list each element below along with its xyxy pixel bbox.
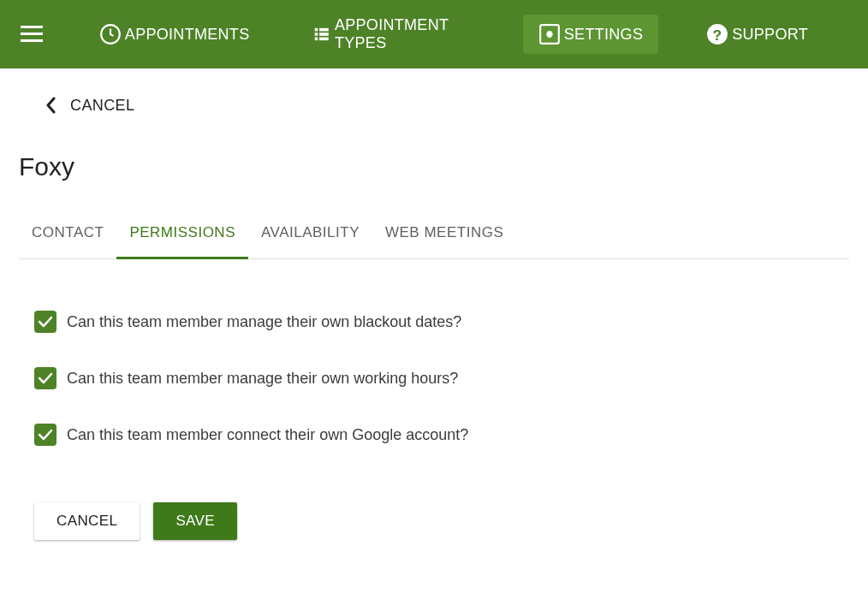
- list-icon: [312, 23, 330, 45]
- svg-rect-1: [21, 33, 43, 35]
- save-button[interactable]: SAVE: [153, 502, 237, 540]
- permission-blackout: Can this team member manage their own bl…: [34, 311, 834, 333]
- tab-contact[interactable]: CONTACT: [19, 212, 116, 259]
- permission-working-hours-label: Can this team member manage their own wo…: [67, 370, 458, 388]
- nav-appointments[interactable]: APPOINTMENTS: [84, 15, 265, 54]
- permission-google-label: Can this team member connect their own G…: [67, 426, 468, 444]
- nav-appointments-label: APPOINTMENTS: [125, 26, 250, 44]
- nav-appointment-types-label: APPOINTMENT TYPES: [335, 16, 475, 52]
- tab-permissions[interactable]: PERMISSIONS: [116, 212, 248, 259]
- back-button[interactable]: [41, 96, 60, 115]
- clock-icon: [99, 23, 122, 45]
- check-icon: [38, 372, 53, 384]
- tabs: CONTACT PERMISSIONS AVAILABILITY WEB MEE…: [19, 212, 849, 259]
- tab-web-meetings[interactable]: WEB MEETINGS: [372, 212, 516, 259]
- nav-support-label: SUPPORT: [732, 26, 808, 44]
- svg-rect-6: [315, 33, 318, 36]
- actions: CANCEL SAVE: [34, 502, 849, 540]
- hamburger-icon: [21, 26, 43, 43]
- permissions-panel: Can this team member manage their own bl…: [19, 259, 849, 446]
- hamburger-menu[interactable]: [19, 19, 45, 50]
- svg-rect-7: [320, 33, 330, 36]
- cancel-button[interactable]: CANCEL: [34, 502, 140, 540]
- back-row: CANCEL: [41, 96, 849, 115]
- svg-rect-2: [21, 39, 43, 42]
- nav-support[interactable]: ? SUPPORT: [691, 15, 823, 54]
- permission-blackout-label: Can this team member manage their own bl…: [67, 313, 461, 331]
- nav-settings-label: SETTINGS: [564, 26, 643, 44]
- settings-icon: [538, 23, 561, 45]
- topbar: APPOINTMENTS APPOINTMENT TYPES SETTINGS …: [0, 0, 868, 68]
- check-icon: [38, 316, 53, 328]
- help-icon: ?: [706, 23, 728, 45]
- svg-rect-4: [315, 28, 318, 32]
- checkbox-google[interactable]: [34, 424, 56, 446]
- check-icon: [38, 429, 53, 441]
- page-title: Foxy: [19, 152, 849, 181]
- permission-working-hours: Can this team member manage their own wo…: [34, 367, 834, 389]
- svg-rect-9: [320, 38, 330, 41]
- nav-settings[interactable]: SETTINGS: [523, 15, 658, 54]
- nav-appointment-types[interactable]: APPOINTMENT TYPES: [297, 8, 490, 61]
- checkbox-working-hours[interactable]: [34, 367, 56, 389]
- svg-rect-8: [315, 38, 318, 41]
- svg-rect-0: [21, 26, 43, 28]
- chevron-left-icon: [45, 97, 56, 114]
- content: CANCEL Foxy CONTACT PERMISSIONS AVAILABI…: [0, 68, 868, 540]
- checkbox-blackout[interactable]: [34, 311, 56, 333]
- back-label[interactable]: CANCEL: [70, 97, 134, 115]
- svg-text:?: ?: [713, 27, 722, 44]
- svg-rect-5: [320, 28, 330, 32]
- permission-google: Can this team member connect their own G…: [34, 424, 834, 446]
- tab-availability[interactable]: AVAILABILITY: [248, 212, 372, 259]
